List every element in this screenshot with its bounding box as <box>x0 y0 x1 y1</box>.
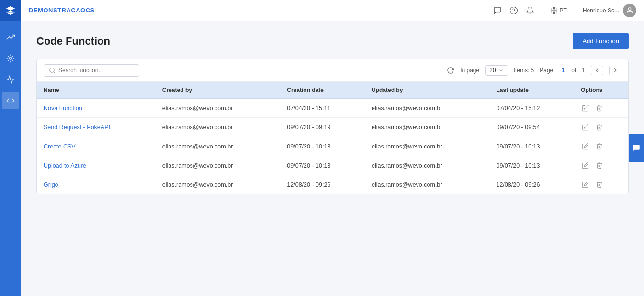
row-created-by: elias.ramos@wevo.com.br <box>156 99 280 118</box>
svg-point-1 <box>510 7 517 14</box>
chat-icon[interactable] <box>493 6 502 15</box>
logo-button[interactable] <box>0 0 21 21</box>
functions-table: Name Created by Creation date Updated by… <box>37 82 628 194</box>
search-icon <box>49 67 56 74</box>
table-row: Grigo elias.ramos@wevo.com.br 12/08/20 -… <box>37 175 628 194</box>
row-last-update: 09/07/20 - 09:54 <box>489 118 574 137</box>
table-row: Upload to Azure elias.ramos@wevo.com.br … <box>37 156 628 175</box>
divider2 <box>575 5 575 16</box>
row-creation-date: 09/07/20 - 10:13 <box>280 137 365 156</box>
row-created-by: elias.ramos@wevo.com.br <box>156 156 280 175</box>
chevron-down-icon <box>498 68 504 73</box>
row-updated-by: elias.ramos@wevo.com.br <box>365 118 489 137</box>
brand-link[interactable]: DEMONSTRACAOCS <box>29 7 95 14</box>
col-created-by: Created by <box>156 82 280 99</box>
page-of: of <box>571 67 576 74</box>
row-options <box>574 137 628 156</box>
svg-line-6 <box>54 72 55 73</box>
table-toolbar: In page 20 Items: 5 Page: 1 of 1 <box>37 59 628 82</box>
row-last-update: 09/07/20 - 10:13 <box>489 137 574 156</box>
table-row: Nova Function elias.ramos@wevo.com.br 07… <box>37 99 628 118</box>
topnav: DEMONSTRACAOCS PT Henrique Sc... <box>21 0 644 21</box>
row-name[interactable]: Send Request - PokeAPI <box>37 118 156 137</box>
notification-icon[interactable] <box>526 6 534 15</box>
items-count: Items: 5 <box>514 67 534 74</box>
svg-point-4 <box>628 8 631 10</box>
row-creation-date: 09/07/20 - 09:19 <box>280 118 365 137</box>
row-last-update: 09/07/20 - 10:13 <box>489 156 574 175</box>
main-content: DEMONSTRACAOCS PT Henrique Sc... <box>21 0 644 296</box>
search-input[interactable] <box>58 67 134 74</box>
current-page: 1 <box>562 67 565 74</box>
edit-button[interactable] <box>581 123 590 132</box>
sidebar <box>0 0 21 296</box>
next-page-button[interactable] <box>609 66 621 75</box>
sidebar-item-dashboard[interactable] <box>2 29 19 46</box>
chat-widget[interactable] <box>629 134 644 162</box>
sidebar-item-code[interactable] <box>2 92 19 109</box>
per-page-value: 20 <box>489 67 496 74</box>
delete-button[interactable] <box>595 103 604 113</box>
col-creation-date: Creation date <box>280 82 365 99</box>
col-last-update: Last update <box>489 82 574 99</box>
row-options <box>574 99 628 118</box>
table-row: Create CSV elias.ramos@wevo.com.br 09/07… <box>37 137 628 156</box>
divider <box>542 5 542 16</box>
row-name[interactable]: Nova Function <box>37 99 156 118</box>
edit-button[interactable] <box>581 161 590 170</box>
delete-button[interactable] <box>595 123 604 132</box>
delete-button[interactable] <box>595 142 604 151</box>
in-page-label: In page <box>460 67 479 74</box>
topnav-icons: PT Henrique Sc... <box>493 4 636 17</box>
page-label: Page: <box>540 67 554 74</box>
help-icon[interactable] <box>509 6 518 15</box>
svg-point-0 <box>10 57 12 60</box>
per-page-selector[interactable]: 20 <box>485 65 508 76</box>
row-options <box>574 118 628 137</box>
row-options <box>574 156 628 175</box>
row-creation-date: 12/08/20 - 09:26 <box>280 175 365 194</box>
row-creation-date: 09/07/20 - 10:13 <box>280 156 365 175</box>
prev-page-button[interactable] <box>591 66 603 75</box>
edit-button[interactable] <box>581 103 590 113</box>
edit-button[interactable] <box>581 180 590 189</box>
page-header: Code Function Add Function <box>36 33 629 49</box>
add-function-button[interactable]: Add Function <box>573 33 629 49</box>
delete-button[interactable] <box>595 161 604 170</box>
table-container: In page 20 Items: 5 Page: 1 of 1 <box>36 59 629 194</box>
sidebar-item-routes[interactable] <box>2 71 19 88</box>
row-name[interactable]: Upload to Azure <box>37 156 156 175</box>
row-name[interactable]: Create CSV <box>37 137 156 156</box>
row-updated-by: elias.ramos@wevo.com.br <box>365 175 489 194</box>
user-name: Henrique Sc... <box>583 7 619 14</box>
row-updated-by: elias.ramos@wevo.com.br <box>365 137 489 156</box>
table-row: Send Request - PokeAPI elias.ramos@wevo.… <box>37 118 628 137</box>
language-selector[interactable]: PT <box>550 7 567 14</box>
row-last-update: 12/08/20 - 09:26 <box>489 175 574 194</box>
row-updated-by: elias.ramos@wevo.com.br <box>365 156 489 175</box>
col-updated-by: Updated by <box>365 82 489 99</box>
user-menu[interactable]: Henrique Sc... <box>583 4 636 17</box>
refresh-button[interactable] <box>447 67 454 74</box>
table-header-row: Name Created by Creation date Updated by… <box>37 82 628 99</box>
search-box[interactable] <box>44 64 139 77</box>
row-creation-date: 07/04/20 - 15:11 <box>280 99 365 118</box>
row-name[interactable]: Grigo <box>37 175 156 194</box>
delete-button[interactable] <box>595 180 604 189</box>
page-body: Code Function Add Function In page 20 <box>21 21 644 296</box>
avatar <box>623 4 636 17</box>
total-pages: 1 <box>582 67 585 74</box>
row-created-by: elias.ramos@wevo.com.br <box>156 118 280 137</box>
lang-label: PT <box>560 7 567 14</box>
row-created-by: elias.ramos@wevo.com.br <box>156 175 280 194</box>
row-options <box>574 175 628 194</box>
row-last-update: 07/04/20 - 15:12 <box>489 99 574 118</box>
col-name: Name <box>37 82 156 99</box>
toolbar-right: In page 20 Items: 5 Page: 1 of 1 <box>447 65 621 76</box>
page-title: Code Function <box>36 35 110 47</box>
edit-button[interactable] <box>581 142 590 151</box>
svg-point-5 <box>50 68 54 72</box>
row-updated-by: elias.ramos@wevo.com.br <box>365 99 489 118</box>
sidebar-item-analytics[interactable] <box>2 50 19 67</box>
sidebar-nav <box>2 21 19 109</box>
